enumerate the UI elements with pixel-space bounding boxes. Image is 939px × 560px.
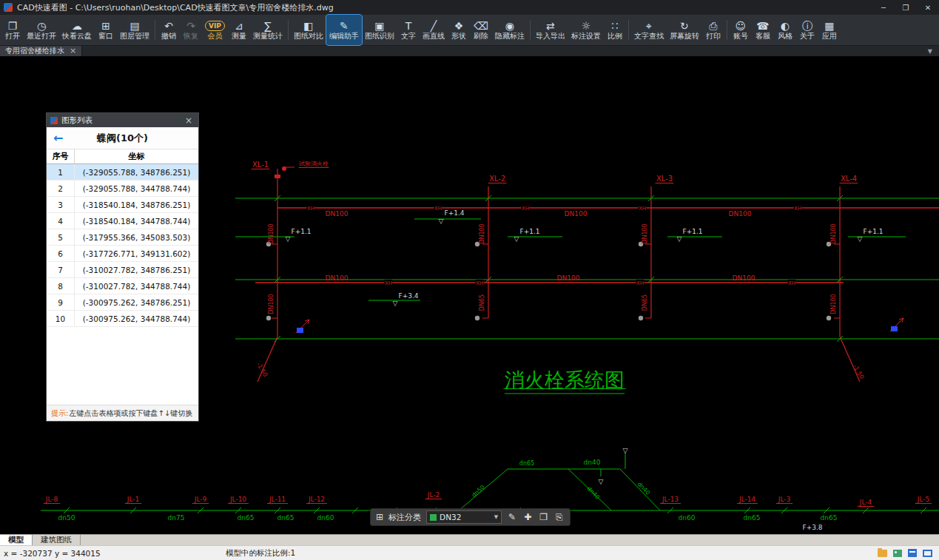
- selected-category: DN32: [440, 513, 461, 522]
- cad-text: DN100: [733, 274, 755, 282]
- toolbar-vip-member-button[interactable]: VIP会员: [202, 15, 228, 45]
- tab-model[interactable]: 模型: [0, 535, 33, 545]
- toolbar-draw-line-button[interactable]: ╱画直线: [420, 15, 448, 45]
- toolbar-item-label: 图纸对比: [294, 32, 323, 41]
- toolbar-cloud-drive-button[interactable]: ☁快看云盘: [59, 15, 95, 45]
- copy-annotation-icon[interactable]: ❐: [538, 512, 549, 522]
- annotation-category-dropdown[interactable]: DN32 ▼: [426, 510, 502, 524]
- tab-architecture-drawing[interactable]: 建筑图纸: [33, 535, 81, 545]
- table-row[interactable]: 7(-310027.782, 348786.251): [47, 262, 198, 278]
- move-annotation-icon[interactable]: ✚: [522, 512, 533, 522]
- toolbar-separator: [628, 20, 629, 40]
- toolbar-erase-button[interactable]: ⌫刷除: [470, 15, 492, 45]
- cad-text: dn40: [584, 459, 601, 466]
- document-tab[interactable]: 专用宿舍楼给排水 ×: [0, 46, 82, 56]
- toolbar-item-label: 测量: [232, 32, 246, 41]
- toolbar-redo-button[interactable]: ↷恢复: [180, 15, 202, 45]
- toolbar-support-button[interactable]: ☎客服: [752, 15, 774, 45]
- cad-text: DN100: [326, 274, 349, 282]
- toolbar-style-button[interactable]: ◐风格: [774, 15, 796, 45]
- support-icon: ☎: [756, 20, 769, 32]
- cursor-coordinates: x = -320737 y = 344015: [4, 549, 226, 558]
- row-index: 8: [47, 278, 75, 294]
- toolbar-separator: [288, 20, 289, 40]
- annotation-grid-icon: ⊞: [376, 512, 383, 522]
- toolbar-open-button[interactable]: ❐打开: [1, 15, 24, 45]
- cad-text: JL-2: [427, 491, 440, 499]
- close-icon[interactable]: ✕: [917, 0, 939, 15]
- cad-text: DN100: [557, 274, 580, 282]
- toolbar-window-button[interactable]: ⊞窗口: [95, 15, 117, 45]
- toolbar-drawing-recognize-button[interactable]: ▣图纸识别: [362, 15, 397, 45]
- toolbar-measure-stats-button[interactable]: ∑测量统计: [250, 15, 286, 45]
- toolbar-layer-manager-button[interactable]: ▤图层管理: [117, 15, 152, 45]
- toolbar-hide-annotation-button[interactable]: ◉隐藏标注: [492, 15, 528, 45]
- toolbar-account-button[interactable]: ☺账号: [730, 15, 752, 45]
- cad-text: JL-12: [308, 496, 325, 503]
- main-toolbar: ❐打开◷最近打开☁快看云盘⊞窗口▤图层管理↶撤销↷恢复VIP会员⊿测量∑测量统计…: [0, 15, 939, 46]
- table-row[interactable]: 2(-329055.788, 344788.744): [47, 181, 198, 197]
- cad-text: XH: [788, 280, 795, 286]
- folder-icon[interactable]: [878, 550, 887, 557]
- cad-text: DN100: [729, 210, 752, 217]
- toolbar-item-label: 隐藏标注: [495, 32, 525, 41]
- cad-text: JL-13: [662, 496, 679, 503]
- cad-text: dn65: [519, 460, 534, 467]
- table-row[interactable]: 5(-317955.366, 345083.503): [47, 229, 198, 246]
- cad-hydrant-symbol: [827, 316, 831, 320]
- table-row[interactable]: 6(-317726.771, 349131.602): [47, 246, 198, 262]
- toolbar-item-label: 客服: [755, 32, 770, 41]
- tab-close-icon[interactable]: ×: [70, 47, 76, 55]
- tab-list-caret-icon[interactable]: ▼: [928, 46, 939, 56]
- toolbar-annotation-settings-button[interactable]: ☼标注设置: [568, 15, 604, 45]
- row-coordinate: (-329055.788, 344788.744): [75, 181, 198, 196]
- edit-annotation-icon[interactable]: ✎: [507, 512, 517, 522]
- toolbar-import-export-button[interactable]: ⇄导入导出: [533, 15, 568, 45]
- cad-text: DN100: [830, 294, 837, 314]
- back-arrow-icon[interactable]: ←: [53, 131, 63, 145]
- table-row[interactable]: 8(-310027.782, 344788.744): [47, 278, 198, 294]
- cad-text: DN100: [642, 223, 648, 243]
- cad-text: dn60: [317, 514, 334, 522]
- toolbar-recent-open-button[interactable]: ◷最近打开: [24, 15, 59, 45]
- maximize-icon[interactable]: ❐: [895, 0, 917, 15]
- toolbar-scale-button[interactable]: ∷比例: [604, 15, 626, 45]
- table-row[interactable]: 3(-318540.184, 348786.251): [47, 197, 198, 213]
- toolbar-print-button[interactable]: ⎙打印: [702, 15, 724, 45]
- edit-assistant-icon: ✎: [340, 20, 349, 32]
- row-coordinate: (-310027.782, 348786.251): [75, 262, 198, 277]
- dialog-subtitle: 蝶阀(10个): [47, 132, 198, 145]
- toolbar-about-button[interactable]: ⓘ关于: [796, 15, 818, 45]
- drawing-viewport[interactable]: XL-1试验消火栓XL-2XL-3XL-4DN100DN100DN100XHXH…: [0, 56, 939, 534]
- cad-text: XL-3: [656, 175, 673, 183]
- toolbar-drawing-compare-button[interactable]: ◧图纸对比: [291, 15, 326, 45]
- toolbar-screen-rotate-button[interactable]: ↻屏幕旋转: [667, 15, 702, 45]
- table-row[interactable]: 10(-300975.262, 344788.744): [47, 311, 198, 327]
- dropdown-caret-icon: ▼: [494, 514, 498, 520]
- window-icon: ⊞: [101, 20, 110, 32]
- row-index: 9: [47, 294, 75, 310]
- cad-text: ▽: [677, 235, 682, 243]
- toolbar-edit-assistant-button[interactable]: ✎编辑助手: [326, 15, 362, 45]
- minimize-icon[interactable]: ─: [872, 0, 895, 15]
- dialog-header: ← 蝶阀(10个): [47, 127, 198, 149]
- pdf-icon[interactable]: [908, 549, 917, 557]
- toolbar-apps-button[interactable]: ▦应用: [818, 15, 841, 45]
- column-header-coordinate: 坐标: [75, 149, 198, 163]
- row-index: 3: [47, 197, 75, 212]
- cad-text: JL-4: [859, 499, 872, 506]
- toolbar-text-button[interactable]: T文字: [397, 15, 420, 45]
- table-row[interactable]: 9(-300975.262, 348786.251): [47, 294, 198, 311]
- toolbar-undo-button[interactable]: ↶撤销: [158, 15, 180, 45]
- dialog-close-icon[interactable]: ×: [183, 115, 195, 126]
- toolbar-shapes-button[interactable]: ❖形状: [448, 15, 470, 45]
- screen-icon[interactable]: [923, 550, 932, 557]
- toolbar-text-search-button[interactable]: ⌖文字查找: [631, 15, 667, 45]
- table-row[interactable]: 1(-329055.788, 348786.251): [47, 164, 198, 181]
- cad-text: JL-10: [229, 496, 246, 503]
- dialog-title-bar[interactable]: 图形列表 ×: [47, 113, 198, 127]
- toolbar-measure-button[interactable]: ⊿测量: [228, 15, 250, 45]
- image-icon[interactable]: [893, 550, 902, 557]
- paste-annotation-icon[interactable]: ⎘: [554, 512, 565, 522]
- table-row[interactable]: 4(-318540.184, 344788.744): [47, 213, 198, 229]
